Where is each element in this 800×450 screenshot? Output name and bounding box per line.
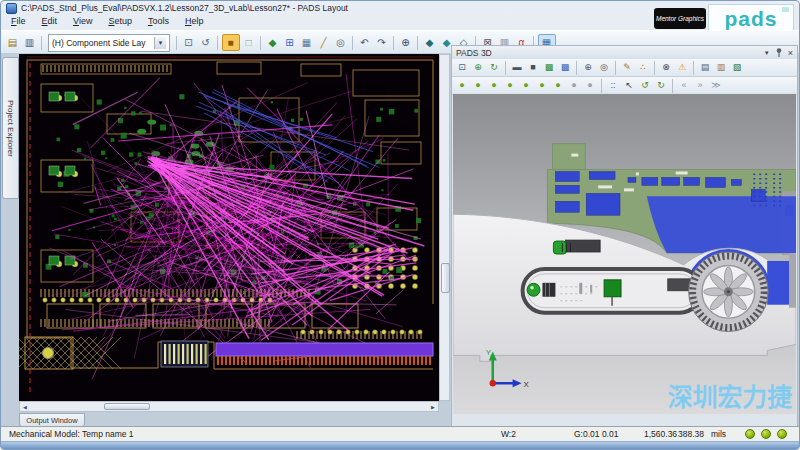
export-image-icon[interactable]: ▤	[698, 61, 713, 75]
zoom-icon[interactable]: ⊕	[398, 35, 414, 50]
vertical-scrollbar-thumb[interactable]	[441, 263, 450, 293]
status-green-button-3[interactable]	[777, 429, 787, 439]
status-green-button-1[interactable]	[745, 429, 755, 439]
menu-help[interactable]: Help	[177, 15, 212, 30]
pads-3d-titlebar[interactable]: PADS 3D ▼ ×	[452, 46, 797, 59]
status-x-coordinate: 1,560.36	[644, 429, 677, 439]
status-grid: G:0.01 0.01	[574, 429, 618, 439]
origin-marks-icon[interactable]: ::	[606, 79, 621, 93]
panel-pin-icon[interactable]	[776, 48, 782, 57]
zoom-fit-3d-icon[interactable]: ⊕	[471, 61, 486, 75]
layer-select-dropdown[interactable]: (H) Component Side Lay ▼	[48, 34, 170, 52]
output-window-tab[interactable]: Output Window	[19, 413, 85, 427]
view-saved2-icon[interactable]: ●	[583, 79, 598, 93]
view-top-icon[interactable]: ●	[471, 79, 486, 93]
status-y-coordinate: 388.38	[678, 429, 704, 439]
step-forward-icon[interactable]: ≫	[709, 79, 724, 93]
status-line-width: W:2	[501, 429, 516, 439]
vertical-scrollbar[interactable]	[439, 54, 450, 401]
brand-logo: Mentor Graphics pads	[654, 4, 794, 33]
via-icon[interactable]: ◎	[333, 35, 349, 50]
save-icon[interactable]: ▥	[22, 35, 38, 50]
rotate-view-icon[interactable]: ↻	[487, 61, 502, 75]
window-title: C:\PADS_Stnd_Plus_Eval\PADSVX.1.2\Lesson…	[21, 3, 348, 13]
slot-connector	[542, 283, 555, 297]
undo-icon[interactable]: ↶	[357, 35, 373, 50]
view-left-icon[interactable]: ●	[535, 79, 550, 93]
capture-icon[interactable]: □	[241, 35, 257, 50]
menubar: File Edit View Setup Tools Help	[3, 15, 211, 30]
project-explorer-tab[interactable]: Project Explorer	[2, 57, 19, 199]
horizontal-scrollbar-thumb[interactable]	[104, 403, 150, 410]
show-components-blue-icon[interactable]: ▩	[558, 61, 573, 75]
highlight-icon[interactable]: ■	[222, 34, 240, 51]
status-green-button-2[interactable]	[761, 429, 771, 439]
view-bottom-icon[interactable]: ●	[487, 79, 502, 93]
redo-icon[interactable]: ↷	[374, 35, 390, 50]
view-iso-icon[interactable]: ●	[455, 79, 470, 93]
add-route-icon[interactable]: ╱	[316, 35, 332, 50]
panel-collapse-button[interactable]: ▼	[764, 50, 770, 56]
toolbar-separator	[615, 61, 616, 75]
toolbar-separator	[505, 61, 506, 75]
scroll-right-arrow-icon[interactable]: ▶	[428, 402, 438, 411]
print-icon[interactable]: ⊡	[181, 35, 197, 50]
status-units: mils	[711, 429, 726, 439]
menu-edit[interactable]: Edit	[34, 15, 66, 30]
view-front-icon[interactable]: ●	[503, 79, 518, 93]
pads-3d-viewport[interactable]: Y X 深圳宏力捷	[453, 93, 796, 415]
menu-file[interactable]: File	[3, 15, 34, 30]
mentor-graphics-logo: Mentor Graphics	[654, 8, 706, 29]
view-saved1-icon[interactable]: ●	[567, 79, 582, 93]
pan-view-icon[interactable]: ◎	[597, 61, 612, 75]
chevron-down-icon[interactable]: ▼	[154, 37, 166, 49]
menu-tools[interactable]: Tools	[140, 15, 177, 30]
show-board-icon[interactable]: ▬	[510, 61, 525, 75]
collision-detect-icon[interactable]: ⊗	[659, 61, 674, 75]
led-component	[527, 283, 540, 296]
step-back-icon[interactable]: «	[677, 79, 692, 93]
pcb-2d-canvas[interactable]	[19, 54, 439, 401]
toolbar-separator	[260, 36, 261, 50]
snap-point-icon[interactable]: ∴	[636, 61, 651, 75]
open-icon[interactable]: ▤	[5, 35, 21, 50]
step-play-icon[interactable]: »	[693, 79, 708, 93]
zoom-window-icon[interactable]: ⊕	[581, 61, 596, 75]
toolbar-separator	[576, 61, 577, 75]
show-components-green-icon[interactable]: ▩	[542, 61, 557, 75]
board-view-icon[interactable]: ◆	[265, 35, 281, 50]
toolbar-separator	[393, 36, 394, 50]
watermark: 深圳宏力捷	[668, 383, 792, 411]
select-cursor-icon[interactable]: ↖	[622, 79, 637, 93]
measure-icon[interactable]: ✎	[620, 61, 635, 75]
project-explorer-label: Project Explorer	[6, 100, 15, 157]
export-step-icon[interactable]: ▥	[714, 61, 729, 75]
show-enclosure-icon[interactable]: ■	[526, 61, 541, 75]
dfa-warning-icon[interactable]: ⚠	[675, 61, 690, 75]
panel-close-button[interactable]: ×	[788, 48, 793, 58]
grid-icon[interactable]: ⊞	[282, 35, 298, 50]
axis-x-label: X	[524, 380, 530, 389]
scroll-left-arrow-icon[interactable]: ◀	[20, 402, 30, 411]
menu-view[interactable]: View	[65, 15, 100, 30]
pads-3d-toolbar-1: ⊡⊕↻▬■▩▩⊕◎✎∴⊗⚠▤▥▧	[452, 59, 797, 77]
menu-setup[interactable]: Setup	[100, 15, 140, 30]
refresh-icon[interactable]: ↺	[198, 35, 214, 50]
pads-3d-title: PADS 3D	[456, 48, 492, 58]
fan-3d	[689, 252, 769, 332]
filter-edit-icon[interactable]: ◆	[422, 35, 438, 50]
toolbar-separator	[693, 61, 694, 75]
toolbar-separator	[217, 36, 218, 50]
spin-left-icon[interactable]: ↺	[638, 79, 653, 93]
print-3d-icon[interactable]: ⊡	[455, 61, 470, 75]
view-back-icon[interactable]: ●	[519, 79, 534, 93]
pads-logo-text: pads	[724, 7, 777, 31]
view-right-icon[interactable]: ●	[551, 79, 566, 93]
spin-right-icon[interactable]: ↻	[654, 79, 669, 93]
horizontal-scrollbar[interactable]: ◀ ▶	[19, 401, 439, 412]
layer-select-value: (H) Component Side Lay	[52, 38, 146, 48]
blue-pocket	[767, 261, 791, 305]
photo-view-icon[interactable]: ▦	[299, 35, 315, 50]
export-pdf-icon[interactable]: ▧	[730, 61, 745, 75]
statusbar: Mechanical Model: Temp name 1 W:2 G:0.01…	[1, 426, 799, 442]
